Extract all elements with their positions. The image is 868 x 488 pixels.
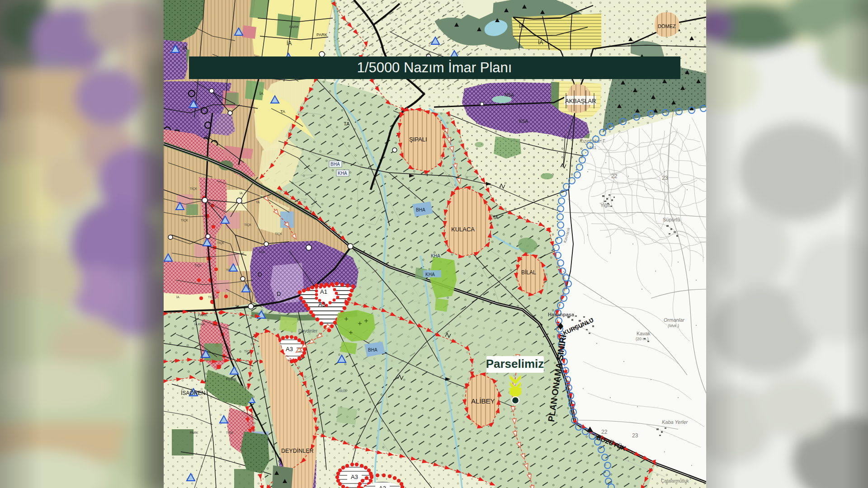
svg-text:ALİBEY: ALİBEY bbox=[471, 397, 495, 405]
svg-text:PARK: PARK bbox=[198, 313, 208, 317]
svg-text:İSAÖREN: İSAÖREN bbox=[181, 390, 205, 396]
svg-text:Süpürtü: Süpürtü bbox=[663, 217, 680, 222]
svg-text:KHA: KHA bbox=[431, 253, 440, 258]
svg-text:ŞIPALI: ŞIPALI bbox=[409, 136, 427, 143]
svg-text:DEYDİNLER: DEYDİNLER bbox=[281, 448, 314, 454]
svg-text:İA: İA bbox=[176, 295, 179, 299]
svg-text:23: 23 bbox=[662, 175, 668, 181]
svg-text:A3: A3 bbox=[351, 474, 358, 480]
svg-text:1/5000 Nazım İmar Planı: 1/5000 Nazım İmar Planı bbox=[357, 60, 512, 75]
svg-text:TİÇK: TİÇK bbox=[208, 295, 215, 299]
svg-text:TA: TA bbox=[493, 215, 498, 220]
svg-text:TİÇK: TİÇK bbox=[217, 241, 224, 245]
svg-text:TİÇK: TİÇK bbox=[244, 349, 251, 353]
svg-text:22: 22 bbox=[601, 429, 608, 435]
svg-text:İA: İA bbox=[183, 45, 188, 51]
svg-text:İA: İA bbox=[176, 358, 179, 362]
svg-text:AKBAŞLAR: AKBAŞLAR bbox=[565, 98, 596, 104]
svg-text:Deydinler: Deydinler bbox=[298, 328, 318, 333]
svg-text:A3: A3 bbox=[286, 346, 293, 352]
svg-text:İA KHA: İA KHA bbox=[194, 322, 205, 326]
svg-text:KSA: KSA bbox=[259, 250, 265, 253]
svg-text:TİÇK: TİÇK bbox=[190, 187, 197, 191]
svg-text:TİÇK: TİÇK bbox=[244, 223, 251, 227]
svg-text:Yiğit: Yiğit bbox=[600, 202, 610, 208]
svg-text:KHA: KHA bbox=[425, 272, 435, 277]
svg-text:PARK: PARK bbox=[316, 33, 327, 37]
svg-text:NSA: NSA bbox=[505, 93, 514, 98]
svg-text:D: D bbox=[277, 291, 281, 297]
svg-text:TİÇK: TİÇK bbox=[194, 263, 202, 267]
svg-text:PARK: PARK bbox=[226, 377, 237, 381]
svg-text:Hasanpaşa: Hasanpaşa bbox=[548, 312, 575, 317]
svg-text:23: 23 bbox=[632, 432, 638, 439]
svg-text:TA: TA bbox=[344, 121, 350, 127]
svg-text:A3: A3 bbox=[379, 485, 386, 488]
svg-text:BHA: BHA bbox=[368, 347, 377, 352]
svg-text:TA: TA bbox=[280, 109, 285, 114]
svg-text:TİÇK: TİÇK bbox=[226, 431, 233, 435]
svg-text:Çatalarmutluk: Çatalarmutluk bbox=[661, 479, 689, 483]
svg-text:İA: İA bbox=[259, 91, 264, 96]
svg-text:Ormanlar: Ormanlar bbox=[664, 317, 685, 323]
svg-text:İA: İA bbox=[519, 23, 524, 29]
svg-text:PARK: PARK bbox=[190, 431, 198, 434]
svg-text:(Mvk.): (Mvk.) bbox=[668, 324, 679, 328]
svg-text:A1: A1 bbox=[320, 288, 327, 295]
svg-text:(20 m.): (20 m.) bbox=[636, 337, 649, 341]
svg-text:KSA: KSA bbox=[519, 119, 528, 124]
svg-text:BHA: BHA bbox=[330, 162, 340, 167]
svg-text:İA: İA bbox=[287, 40, 292, 47]
svg-text:Parselimiz: Parselimiz bbox=[486, 357, 544, 371]
svg-text:KHA: KHA bbox=[338, 171, 347, 176]
svg-text:22: 22 bbox=[611, 173, 618, 179]
svg-text:BİLAL: BİLAL bbox=[521, 269, 536, 276]
svg-text:DÖMEZ: DÖMEZ bbox=[658, 23, 676, 29]
svg-text:Kavak: Kavak bbox=[637, 331, 651, 336]
svg-text:A3: A3 bbox=[318, 301, 326, 308]
svg-text:Kaba Yerler: Kaba Yerler bbox=[662, 419, 689, 425]
svg-text:PARK: PARK bbox=[289, 25, 299, 29]
svg-text:Dikilli: Dikilli bbox=[337, 389, 346, 393]
svg-text:KULACA: KULACA bbox=[451, 226, 475, 233]
svg-text:TİÇK: TİÇK bbox=[181, 218, 188, 222]
svg-text:İA: İA bbox=[240, 191, 243, 195]
svg-text:TK: TK bbox=[235, 305, 239, 308]
svg-text:BHA: BHA bbox=[416, 207, 425, 212]
svg-text:TİÇK: TİÇK bbox=[275, 232, 282, 236]
svg-text:D: D bbox=[258, 271, 262, 278]
svg-text:İA: İA bbox=[538, 39, 543, 46]
svg-text:TA: TA bbox=[256, 201, 260, 204]
